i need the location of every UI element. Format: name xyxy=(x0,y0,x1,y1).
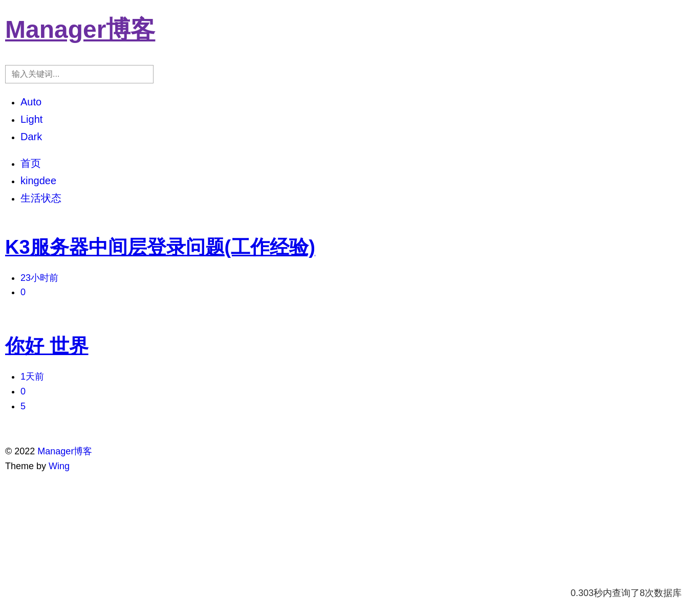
nav-item: kingdee xyxy=(20,172,692,189)
post-meta-list: 23小时前0 xyxy=(5,271,692,300)
post-meta-item: 1天前 xyxy=(20,369,692,384)
theme-option-link-auto[interactable]: Auto xyxy=(20,96,41,107)
theme-option-item: Auto xyxy=(20,94,692,110)
theme-option-link-dark[interactable]: Dark xyxy=(20,131,42,142)
nav-item: 首页 xyxy=(20,155,692,171)
post-meta-link[interactable]: 0 xyxy=(20,287,26,297)
post-section: 你好 世界1天前05 xyxy=(5,315,692,413)
nav-link[interactable]: kingdee xyxy=(20,175,56,186)
post-meta-item: 0 xyxy=(20,285,692,300)
theme-option-item: Light xyxy=(20,111,692,127)
site-title-link[interactable]: Manager博客 xyxy=(5,30,155,40)
post-meta-link[interactable]: 5 xyxy=(20,401,26,411)
post-meta-list: 1天前05 xyxy=(5,369,692,413)
footer: © 2022 Manager博客 Theme by Wing xyxy=(5,444,692,474)
footer-theme-link[interactable]: Wing xyxy=(49,461,70,471)
post-meta-item: 5 xyxy=(20,399,692,414)
posts-container: K3服务器中间层登录问题(工作经验)23小时前0你好 世界1天前05 xyxy=(5,216,692,414)
post-title-link[interactable]: K3服务器中间层登录问题(工作经验) xyxy=(5,232,315,263)
theme-options-list: AutoLightDark xyxy=(5,94,692,145)
search-input[interactable] xyxy=(5,65,154,83)
post-meta-link[interactable]: 23小时前 xyxy=(20,273,58,283)
nav-item: 生活状态 xyxy=(20,190,692,206)
footer-theme-prefix: Theme by xyxy=(5,461,46,471)
post-title-link[interactable]: 你好 世界 xyxy=(5,331,89,362)
theme-option-item: Dark xyxy=(20,128,692,145)
footer-copyright: © 2022 xyxy=(5,446,35,456)
site-title: Manager博客 xyxy=(5,10,155,50)
theme-option-link-light[interactable]: Light xyxy=(20,114,42,125)
post-meta-link[interactable]: 1天前 xyxy=(20,371,44,382)
post-meta-item: 0 xyxy=(20,384,692,399)
nav-link[interactable]: 首页 xyxy=(20,158,41,169)
footer-site-link[interactable]: Manager博客 xyxy=(37,446,92,456)
post-section: K3服务器中间层登录问题(工作经验)23小时前0 xyxy=(5,216,692,300)
nav-link[interactable]: 生活状态 xyxy=(20,192,61,204)
search-wrapper xyxy=(5,65,692,83)
nav-list: 首页kingdee生活状态 xyxy=(5,155,692,206)
post-meta-item: 23小时前 xyxy=(20,271,692,285)
post-meta-link[interactable]: 0 xyxy=(20,386,26,397)
footer-db-query: 0.303秒内查询了8次数据库 xyxy=(571,586,682,601)
